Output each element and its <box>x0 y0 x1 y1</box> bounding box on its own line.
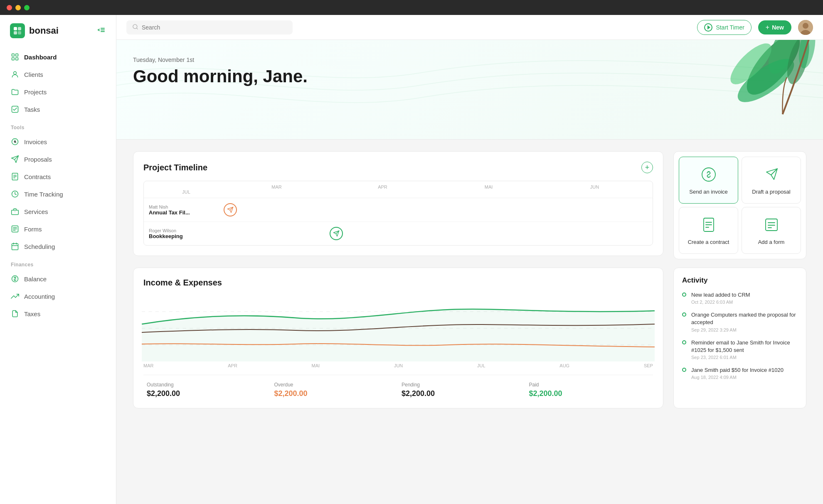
sidebar-item-accounting[interactable]: Accounting <box>5 288 111 305</box>
sidebar-item-label: Taxes <box>24 310 40 317</box>
calendar-icon <box>11 242 19 251</box>
project-timeline-card: Project Timeline + MAR APR MAI JUN <box>133 151 663 256</box>
month-mar: MAR <box>224 184 330 189</box>
app-container: bonsai <box>0 15 823 504</box>
new-button[interactable]: + New <box>758 20 791 34</box>
svg-rect-10 <box>16 58 18 60</box>
stat-pending-value: $2,200.00 <box>402 389 522 398</box>
sidebar-item-tasks[interactable]: Tasks <box>5 101 111 118</box>
activity-panel: Activity New lead added to CRM Oct 2, 20… <box>673 268 806 408</box>
add-project-button[interactable]: + <box>641 162 653 173</box>
activity-text: Orange Computers marked the proposal for… <box>691 311 798 326</box>
invoice-icon <box>11 138 19 146</box>
x-label-aug: AUG <box>559 363 569 368</box>
sidebar-item-dashboard[interactable]: Dashboard <box>5 48 111 66</box>
sidebar-item-label: Forms <box>24 226 42 233</box>
sidebar-item-label: Balance <box>24 275 47 283</box>
timeline-dot-orange[interactable] <box>224 203 237 216</box>
income-expenses-card: Income & Expenses <box>133 268 663 408</box>
svg-point-14 <box>14 141 16 143</box>
right-column: Send an invoice Draft a proposal <box>673 151 806 408</box>
quick-actions-panel: Send an invoice Draft a proposal <box>673 151 806 259</box>
action-send-invoice[interactable]: Send an invoice <box>679 157 738 204</box>
traffic-light-red[interactable] <box>7 5 12 10</box>
income-chart <box>142 295 655 361</box>
timeline-row: Matt Nish Annual Tax Fil... <box>144 198 653 222</box>
main-area: Start Timer + New <box>116 15 823 504</box>
briefcase-icon <box>11 207 19 216</box>
x-label-apr: APR <box>228 363 237 368</box>
grid-icon <box>11 53 19 61</box>
sidebar-collapse-button[interactable] <box>97 25 106 37</box>
activity-item: Reminder email to Jane Smith for Invoice… <box>682 339 798 360</box>
search-input[interactable] <box>142 24 287 31</box>
sidebar-item-clients[interactable]: Clients <box>5 66 111 83</box>
stat-outstanding-label: Outstanding <box>147 382 268 388</box>
window-chrome <box>0 0 823 15</box>
sidebar-item-label: Invoices <box>24 138 47 145</box>
action-create-contract-label: Create a contract <box>688 239 729 245</box>
sidebar-item-label: Services <box>24 208 48 215</box>
timer-play-icon <box>704 23 712 32</box>
sidebar-item-balance[interactable]: Balance <box>5 270 111 288</box>
user-avatar[interactable] <box>798 20 813 35</box>
search-bar[interactable] <box>126 20 293 34</box>
activity-dot <box>682 340 686 344</box>
sidebar-item-proposals[interactable]: Proposals <box>5 150 111 168</box>
sidebar: bonsai <box>0 15 116 504</box>
stat-outstanding-value: $2,200.00 <box>147 389 268 398</box>
traffic-light-green[interactable] <box>24 5 30 10</box>
form-action-icon <box>762 216 781 234</box>
activity-text: New lead added to CRM <box>691 291 750 299</box>
x-label-mai: MAI <box>312 363 320 368</box>
activity-time: Oct 2, 2022 6:03 AM <box>691 300 750 305</box>
hero-date: Tuesday, November 1st <box>133 57 806 63</box>
x-label-jul: JUL <box>477 363 485 368</box>
x-label-jun: JUN <box>394 363 403 368</box>
stat-paid-value: $2,200.00 <box>529 389 650 398</box>
send-proposal-icon <box>11 155 19 163</box>
activity-content: New lead added to CRM Oct 2, 2022 6:03 A… <box>691 291 750 305</box>
stat-overdue-value: $2,200.00 <box>274 389 395 398</box>
month-mai: MAI <box>436 184 542 189</box>
sidebar-item-contracts[interactable]: Contracts <box>5 168 111 185</box>
action-draft-proposal[interactable]: Draft a proposal <box>742 157 801 204</box>
sidebar-item-label: Proposals <box>24 156 52 163</box>
proposal-action-icon <box>762 165 781 184</box>
income-title: Income & Expenses <box>143 278 222 288</box>
month-apr: APR <box>330 184 436 189</box>
sidebar-item-scheduling[interactable]: Scheduling <box>5 238 111 255</box>
traffic-light-yellow[interactable] <box>15 5 21 10</box>
hero-greeting: Good morning, Jane. <box>133 66 806 86</box>
action-create-contract[interactable]: Create a contract <box>679 207 738 254</box>
svg-rect-28 <box>12 243 18 250</box>
taxes-icon <box>11 310 19 318</box>
sidebar-item-taxes[interactable]: Taxes <box>5 305 111 322</box>
start-timer-button[interactable]: Start Timer <box>697 20 751 35</box>
sidebar-item-label: Scheduling <box>24 243 55 250</box>
stat-pending-label: Pending <box>402 382 522 388</box>
contracts-icon <box>11 172 19 181</box>
sidebar-item-forms[interactable]: Forms <box>5 220 111 238</box>
stat-paid: Paid $2,200.00 <box>526 382 653 398</box>
activity-dot <box>682 293 686 297</box>
contract-action-icon <box>700 216 718 234</box>
sidebar-item-services[interactable]: Services <box>5 203 111 220</box>
action-add-form[interactable]: Add a form <box>742 207 801 254</box>
sidebar-item-label: Dashboard <box>24 54 57 61</box>
svg-line-34 <box>136 28 138 29</box>
sidebar-item-label: Clients <box>24 71 43 78</box>
top-bar: Start Timer + New <box>116 15 823 40</box>
sidebar-item-invoices[interactable]: Invoices <box>5 133 111 150</box>
content-area: Tuesday, November 1st Good morning, Jane… <box>116 40 823 504</box>
activity-dot <box>682 312 686 317</box>
month-jul: JUL <box>149 189 224 194</box>
sidebar-item-projects[interactable]: Projects <box>5 83 111 101</box>
new-plus-icon: + <box>766 24 769 31</box>
project-name: Annual Tax Fil... <box>149 209 224 216</box>
accounting-icon <box>11 292 19 300</box>
timeline-dot-green[interactable] <box>330 227 343 240</box>
sidebar-item-time-tracking[interactable]: Time Tracking <box>5 185 111 203</box>
timeline-container: MAR APR MAI JUN JUL Matt Nish Annua <box>143 181 653 246</box>
activity-item: Jane Smith paid $50 for Invoice #1020 Au… <box>682 366 798 380</box>
